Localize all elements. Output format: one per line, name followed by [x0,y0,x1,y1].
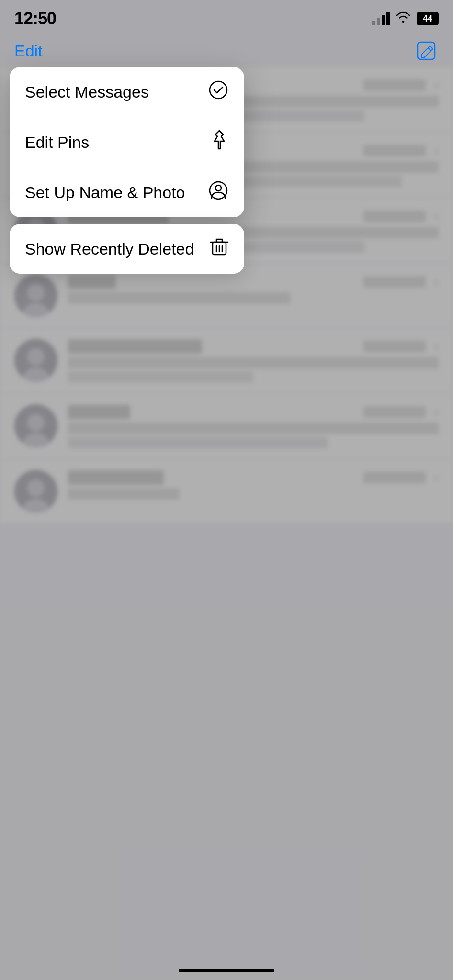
edit-pins-menu-item[interactable]: Edit Pins [10,117,244,167]
person-circle-icon [208,180,229,205]
edit-pins-label: Edit Pins [25,133,89,152]
pin-icon [210,130,229,155]
svg-point-3 [215,185,221,191]
signal-icon [372,12,390,25]
recently-deleted-label: Show Recently Deleted [25,240,194,258]
select-messages-label: Select Messages [25,83,149,101]
compose-button[interactable] [414,38,439,63]
setup-name-photo-menu-item[interactable]: Set Up Name & Photo [10,167,244,217]
edit-button[interactable]: Edit [14,42,43,60]
select-messages-menu-item[interactable]: Select Messages [10,67,244,117]
trash-icon [210,236,229,261]
status-icons: 44 [372,11,439,27]
status-bar: 12:50 44 [0,0,453,33]
compose-icon [416,40,437,61]
wifi-icon [396,11,411,27]
recently-deleted-card: Show Recently Deleted [10,224,244,274]
status-time: 12:50 [14,9,56,29]
svg-point-1 [210,81,227,99]
app-container: › › [0,0,453,980]
battery-icon: 44 [417,12,439,25]
nav-bar: Edit [0,33,453,71]
show-recently-deleted-menu-item[interactable]: Show Recently Deleted [10,224,244,274]
setup-name-photo-label: Set Up Name & Photo [25,183,185,202]
dropdown-menu: Select Messages Edit Pins [10,67,244,217]
dropdown-overlay: Select Messages Edit Pins [10,67,244,274]
circle-check-icon [208,79,229,104]
home-indicator [179,969,274,972]
svg-rect-0 [418,42,435,59]
